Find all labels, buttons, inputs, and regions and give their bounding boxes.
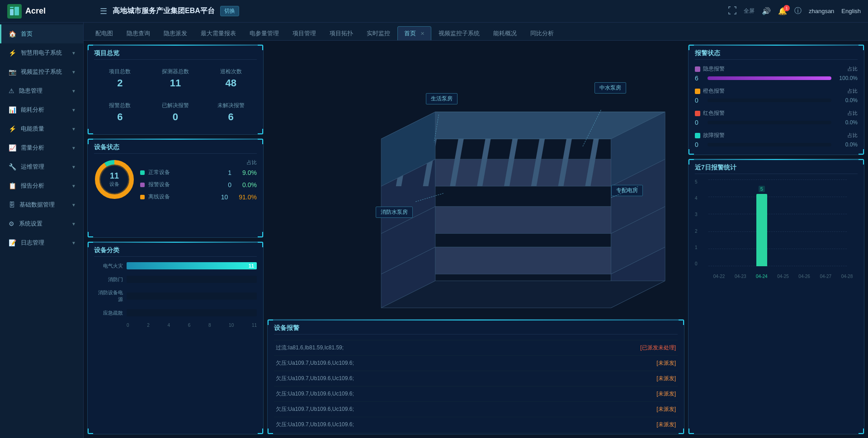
chevron-icon-10: ▼ <box>71 221 76 226</box>
tab-compare[interactable]: 同比分析 <box>524 27 560 40</box>
sidebar-label-home: 首页 <box>21 30 33 38</box>
tab-peidiantu[interactable]: 配电图 <box>89 27 119 40</box>
chevron-icon-9: ▼ <box>71 203 76 207</box>
horiz-bar-chart: 电气火灾 11 消防门 <box>94 262 257 328</box>
tab-project-mgmt[interactable]: 项目管理 <box>286 27 322 40</box>
tab-close-icon[interactable]: ✕ <box>420 31 425 36</box>
hbar-row-electric: 电气火灾 11 <box>94 262 257 269</box>
sidebar-item-hazard[interactable]: ⚠ 隐患管理 ▼ <box>0 81 83 100</box>
base-data-icon: 🗄 <box>9 201 15 208</box>
x-label-04-27: 04-27 <box>820 274 831 279</box>
alert-status-2: [未派发] <box>656 375 676 382</box>
alert-row-4: 欠压:Ua109.7,Ub109.6,Uc109.6; [未派发] <box>274 402 678 417</box>
stat-resolved: 已解决报警 0 <box>150 99 202 126</box>
fullscreen-label: 全屏 <box>744 7 755 15</box>
alert-bar-fill-hazard <box>708 76 831 80</box>
tab-project-topo[interactable]: 项目拓扑 <box>323 27 359 40</box>
sidebar-item-energy[interactable]: 📊 能耗分析 ▼ <box>0 100 83 119</box>
sidebar-label-base-data: 基础数据管理 <box>19 201 55 209</box>
help-icon[interactable]: ⓘ <box>794 6 802 16</box>
stat-value-project-total: 2 <box>97 77 143 89</box>
alert-fault-section: 故障报警 占比 0 0.0% <box>695 132 858 148</box>
alert-bar-track-fault <box>708 143 831 146</box>
sidebar-item-power-quality[interactable]: ⚡ 电能质量 ▼ <box>0 119 83 138</box>
tab-max-demand[interactable]: 最大需量报表 <box>194 27 242 40</box>
legend-label-normal: 正常设备 <box>148 169 170 176</box>
volume-icon[interactable]: 🔊 <box>762 7 771 15</box>
hazard-icon: ⚠ <box>9 87 14 94</box>
alert-status-panel: 报警状态 隐患报警 占比 <box>688 44 864 155</box>
x-axis: 04-22 04-23 04-24 04-25 04-26 04-27 04-2… <box>708 268 858 279</box>
stat-value-detector: 11 <box>152 77 199 89</box>
tab-yinhuan-pafa[interactable]: 隐患派发 <box>157 27 193 40</box>
stat-alert-total: 报警总数 6 <box>94 99 146 126</box>
switch-button[interactable]: 切换 <box>220 6 239 16</box>
sidebar-item-video[interactable]: 📷 视频监控子系统 ▼ <box>0 62 83 81</box>
alert-row-1: 欠压:Ua109.7,Ub109.6,Uc109.6; [未派发] <box>274 356 678 371</box>
alert-label-fault: 故障报警 <box>703 132 725 139</box>
sidebar-item-home[interactable]: 🏠 首页 <box>0 24 83 43</box>
legend-offline: 离线设备 10 91.0% <box>140 193 257 201</box>
sidebar-label-energy: 能耗分析 <box>21 106 44 114</box>
tab-electric-params[interactable]: 电参量管理 <box>243 27 285 40</box>
language[interactable]: English <box>841 8 861 14</box>
alert-text-3: 欠压:Ua109.7,Ub109.6,Uc109.6; <box>276 390 656 398</box>
alert-text-2: 欠压:Ua109.7,Ub109.6,Uc109.6; <box>276 375 656 382</box>
sidebar-item-ops[interactable]: 🔧 运维管理 ▼ <box>0 157 83 176</box>
alert-status-3: [未派发] <box>656 390 676 398</box>
logo: Acrel <box>7 4 91 19</box>
sidebar-item-settings[interactable]: ⚙ 系统设置 ▼ <box>0 214 83 233</box>
donut-total: 11 <box>109 171 119 181</box>
menu-icon[interactable]: ☰ <box>100 6 107 16</box>
x-label-04-26: 04-26 <box>798 274 810 279</box>
sidebar-item-smart-electric[interactable]: ⚡ 智慧用电子系统 ▼ <box>0 43 83 62</box>
x-label-0: 0 <box>127 323 129 328</box>
hbar-label-emergency: 应急疏散 <box>94 310 123 316</box>
legend-dot-normal <box>140 170 145 175</box>
tab-energy-overview[interactable]: 能耗概况 <box>487 27 523 40</box>
device-status-content: 11 设备 占比 <box>94 159 257 205</box>
home-icon: 🏠 <box>9 30 16 38</box>
label-special-electric: 专配电房 <box>611 185 643 196</box>
legend-normal: 正常设备 1 9.0% <box>140 169 257 176</box>
svg-rect-1 <box>14 7 19 15</box>
legend-count-normal: 1 <box>228 169 231 176</box>
building-view: 生活泵房 中水泵房 专配电房 消防水泵房 <box>267 44 684 315</box>
stat-label-unresolved: 未解决报警 <box>208 102 254 109</box>
settings-icon: ⚙ <box>9 220 14 227</box>
tab-video-system[interactable]: 视频监控子系统 <box>432 27 486 40</box>
ops-icon: 🔧 <box>9 163 16 170</box>
hbar-label-fire-door: 消防门 <box>94 276 123 283</box>
alert-color-orange <box>695 89 700 94</box>
sidebar-item-base-data[interactable]: 🗄 基础数据管理 ▼ <box>0 195 83 214</box>
fullscreen-icon[interactable] <box>728 6 736 16</box>
stat-value-resolved: 0 <box>152 111 199 123</box>
hbar-val-electric: 11 <box>249 262 254 269</box>
fullscreen-area: 🏠 首页 ⚡ 智慧用电子系统 ▼ 📷 视频监控子系统 ▼ ⚠ 隐患管理 ▼ <box>0 23 868 438</box>
nav-tabs: 配电图 隐患查询 隐患派发 最大需量报表 电参量管理 项目管理 项目拓扑 实时监… <box>84 23 868 41</box>
sidebar-item-logs[interactable]: 📝 日志管理 ▼ <box>0 233 83 252</box>
sidebar-item-reports[interactable]: 📋 报告分析 ▼ <box>0 176 83 195</box>
donut-chart: 11 设备 <box>94 159 135 200</box>
pct-header-3: 占比 <box>848 110 858 117</box>
alert-status-0: [已派发未处理] <box>640 344 676 352</box>
donut-center: 11 设备 <box>109 171 119 188</box>
legend-pct-normal: 9.0% <box>242 169 257 176</box>
notification-bell[interactable]: 🔔 1 <box>778 7 787 15</box>
y-axis: 0 1 2 3 4 5 <box>695 179 706 266</box>
alert-count-orange: 0 <box>695 97 704 104</box>
hbar-fill-electric <box>127 262 257 269</box>
tab-yinhuan-chaxun[interactable]: 隐患查询 <box>120 27 156 40</box>
stat-label-detector: 探测器总数 <box>152 68 199 75</box>
x-label-8: 8 <box>208 323 211 328</box>
chevron-icon: ▼ <box>71 51 76 56</box>
tab-home[interactable]: 首页 ✕ <box>397 26 431 40</box>
sidebar-item-demand[interactable]: 📈 需量分析 ▼ <box>0 138 83 157</box>
hbar-label-fire-power: 消防设备电源 <box>94 289 123 303</box>
pct-header-4: 占比 <box>848 132 858 139</box>
alert-count-fault: 0 <box>695 141 704 148</box>
device-classification-panel: 设备分类 电气火灾 11 消防门 <box>87 241 264 434</box>
sidebar-label-smart-electric: 智慧用电子系统 <box>21 49 62 57</box>
tab-realtime-monitor[interactable]: 实时监控 <box>360 27 396 40</box>
energy-icon: 📊 <box>9 106 16 113</box>
